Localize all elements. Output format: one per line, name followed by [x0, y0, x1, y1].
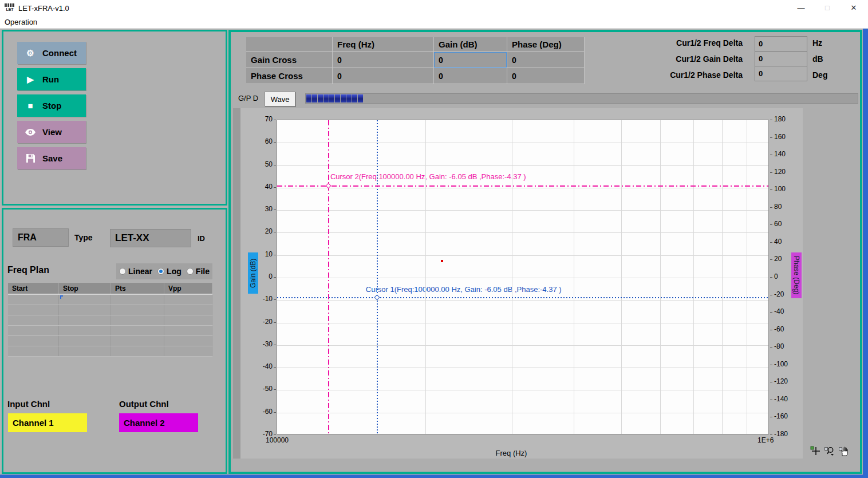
radio-log-icon[interactable]	[157, 268, 164, 275]
input-channel-select[interactable]: Channel 1	[8, 413, 87, 432]
radio-log-label: Log	[167, 267, 182, 276]
pan-icon[interactable]	[839, 446, 849, 456]
y-left-tick-mark	[274, 255, 276, 255]
zoom-icon[interactable]	[824, 446, 835, 456]
cursor-1-marker[interactable]	[374, 295, 380, 301]
y-left-tick-mark	[274, 142, 276, 143]
radio-linear-icon[interactable]	[119, 268, 126, 275]
phase-cross-gain-value[interactable]: 0	[434, 68, 507, 84]
gain-cross-phase-value[interactable]: 0	[507, 52, 585, 68]
progress-bar	[305, 93, 858, 104]
run-button[interactable]: ▶ Run	[17, 68, 86, 90]
cursor-2-hline[interactable]	[277, 185, 768, 187]
freq-plan-col-start: Start	[8, 283, 59, 294]
freq-plan-cell[interactable]	[8, 336, 59, 346]
freq-plan-cell[interactable]	[164, 315, 212, 325]
freq-plan-cell[interactable]	[111, 315, 164, 325]
freq-plan-cell[interactable]	[8, 305, 59, 315]
cursor-2-vline[interactable]	[328, 120, 329, 434]
freq-plan-cell[interactable]	[59, 346, 111, 356]
freq-plan-cell[interactable]	[111, 346, 164, 356]
freq-plan-cell[interactable]	[59, 315, 111, 325]
freq-plan-cell[interactable]	[8, 315, 59, 325]
y-left-tick-label: 40	[243, 183, 273, 191]
freq-plan-cell[interactable]	[59, 336, 111, 346]
radio-option-linear[interactable]: Linear	[119, 267, 152, 276]
progress-segment	[341, 94, 346, 102]
y-right-tick-label: -160	[774, 412, 788, 420]
gridline-h	[277, 232, 768, 233]
cur-gain-delta-field[interactable]: 0	[755, 51, 807, 66]
freq-plan-cell[interactable]	[164, 295, 212, 305]
freq-plan-cell[interactable]	[8, 295, 59, 305]
y-left-tick-mark	[274, 322, 276, 323]
freq-plan-cell[interactable]	[164, 336, 212, 346]
cur-phase-delta-unit: Deg	[812, 70, 827, 80]
y-right-tick-mark	[770, 155, 772, 155]
maximize-button[interactable]: □	[814, 0, 841, 15]
radio-linear-label: Linear	[128, 267, 152, 276]
crosshair-icon[interactable]	[810, 446, 820, 456]
cursor-1-vline[interactable]	[377, 120, 378, 434]
minimize-button[interactable]: —	[788, 0, 814, 15]
y-right-tick-label: -140	[774, 395, 788, 403]
app-logo-icon: LET	[5, 3, 15, 12]
y-right-tick-label: 40	[774, 238, 782, 246]
connect-button[interactable]: ⚙ Connect	[17, 42, 86, 64]
radio-option-file[interactable]: File	[187, 267, 210, 276]
tab-wave[interactable]: Wave	[265, 92, 295, 106]
freq-plan-cell[interactable]	[164, 346, 212, 356]
freq-plan-row	[8, 315, 212, 326]
freq-plan-cell[interactable]	[8, 326, 59, 335]
freq-plan-cell[interactable]	[59, 295, 111, 305]
cur-phase-delta-field[interactable]: 0	[755, 66, 807, 81]
freq-plan-cell[interactable]	[59, 305, 111, 315]
gain-cross-gain-value[interactable]: 0	[434, 52, 507, 68]
device-type-field[interactable]: FRA	[13, 228, 69, 247]
save-button[interactable]: Save	[17, 147, 86, 169]
plot-area[interactable]: Cursor 2(Freq:100000.00 Hz, Gain: -6.05 …	[277, 120, 769, 434]
y-left-tick-mark	[274, 299, 276, 300]
freq-plan-cell[interactable]	[111, 326, 164, 335]
y-right-tick-mark	[770, 312, 772, 313]
phase-cross-phase-value[interactable]: 0	[507, 68, 585, 84]
freq-plan-cell[interactable]	[8, 346, 59, 356]
y-left-tick-mark	[274, 389, 276, 390]
gain-cross-freq-value[interactable]: 0	[333, 52, 434, 68]
freq-plan-cell[interactable]	[111, 305, 164, 315]
freq-plan-cell[interactable]	[164, 326, 212, 335]
data-point	[441, 260, 443, 262]
menu-operation[interactable]: Operation	[5, 18, 37, 26]
gridline-h	[277, 345, 768, 346]
freq-plan-cell[interactable]	[164, 305, 212, 315]
phase-axis-label: Phase (Deg)	[791, 252, 802, 298]
cur-freq-delta-field[interactable]: 0	[755, 36, 807, 52]
device-id-field[interactable]: LET-XX	[110, 229, 191, 247]
freq-plan-col-stop: Stop	[59, 283, 111, 294]
y-left-tick-label: 20	[243, 227, 273, 235]
cross-col-gain: Gain (dB)	[434, 37, 507, 52]
y-right-tick-label: 0	[774, 272, 778, 281]
freq-plan-cell[interactable]	[111, 295, 164, 305]
progress-segment	[306, 94, 311, 102]
radio-file-label: File	[196, 267, 210, 276]
freq-plan-cell[interactable]	[111, 336, 164, 346]
cursor-1-label: Cursor 1(Freq:100000.00 Hz, Gain: -6.05 …	[366, 285, 562, 294]
radio-option-log[interactable]: Log	[157, 267, 182, 276]
y-right-tick-label: -60	[774, 325, 784, 333]
gridline-h	[277, 278, 768, 278]
cursor-1-hline[interactable]	[277, 297, 768, 298]
action-panel: ⚙ Connect ▶ Run ■ Stop View Save	[2, 30, 227, 206]
output-channel-select[interactable]: Channel 2	[119, 413, 198, 432]
radio-file-icon[interactable]	[187, 268, 194, 275]
y-right-tick-mark	[770, 189, 772, 190]
tab-gpd[interactable]: G/P D	[238, 94, 258, 102]
y-right-tick-label: 180	[774, 115, 786, 123]
progress-segment	[352, 94, 357, 102]
stop-button[interactable]: ■ Stop	[17, 94, 86, 117]
view-button[interactable]: View	[17, 121, 86, 143]
freq-plan-cell[interactable]	[59, 326, 111, 335]
phase-cross-freq-value[interactable]: 0	[333, 68, 434, 84]
view-button-label: View	[42, 127, 62, 137]
close-button[interactable]: ✕	[841, 0, 867, 15]
